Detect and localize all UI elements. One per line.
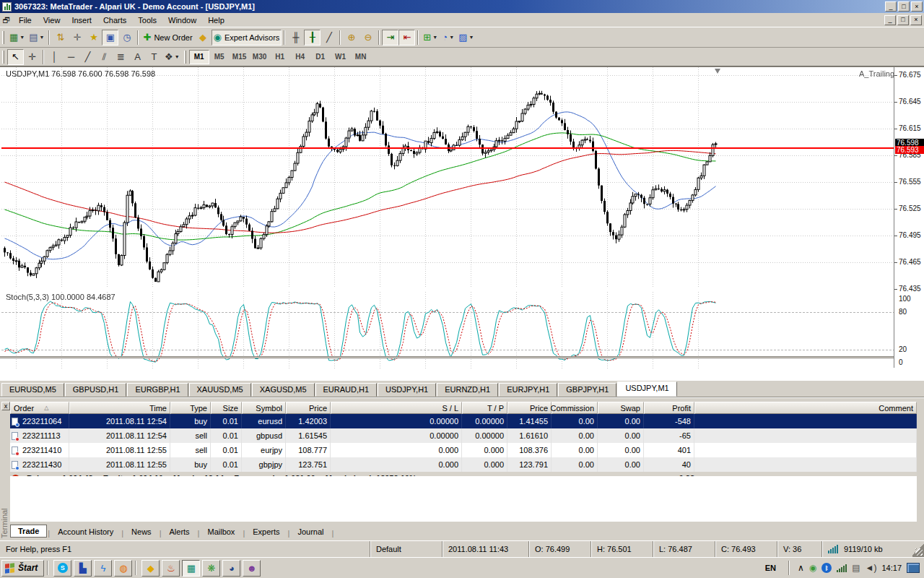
periods-button[interactable]: ◔▼: [440, 30, 456, 46]
status-profile[interactable]: Default: [370, 541, 442, 557]
language-indicator[interactable]: EN: [761, 561, 780, 574]
metaeditor-button[interactable]: ◆: [195, 30, 212, 46]
terminal-close-button[interactable]: x: [1, 402, 10, 410]
timeframe-h4[interactable]: H4: [290, 50, 310, 64]
order-row[interactable]: 2232114102011.08.11 12:55sell0.01eurjpy1…: [10, 443, 917, 457]
column-header-price[interactable]: Price: [507, 402, 552, 414]
metatrader-app-button[interactable]: ▦: [182, 560, 200, 577]
chart-window-icon[interactable]: 🗗: [0, 16, 13, 25]
cursor-button[interactable]: ↖: [7, 49, 24, 65]
crosshair-button[interactable]: ✛: [24, 49, 40, 65]
menu-window[interactable]: Window: [162, 14, 202, 27]
line-chart-button[interactable]: ╱: [321, 30, 337, 46]
trendline-button[interactable]: ╱: [79, 49, 96, 65]
toolbar-grip[interactable]: [2, 31, 4, 44]
candlestick-chart-button[interactable]: ╂: [304, 30, 321, 46]
auto-scroll-button[interactable]: ⇥: [382, 30, 398, 46]
menu-file[interactable]: File: [13, 14, 38, 27]
title-bar[interactable]: 3067323: MetaTrader - Alpari UK - Demo A…: [0, 0, 924, 13]
timeframe-m30[interactable]: M30: [250, 50, 270, 64]
messenger-tray-icon[interactable]: ◉: [809, 564, 816, 572]
maximize-button[interactable]: □: [898, 1, 910, 12]
templates-button[interactable]: ▨▼: [456, 30, 476, 46]
terminal-tab-news[interactable]: News: [124, 526, 159, 538]
timeframe-m1[interactable]: M1: [189, 50, 209, 64]
chart-tab-eurgbp-h1[interactable]: EURGBP,H1: [127, 383, 188, 397]
speaker-icon[interactable]: ◄): [866, 564, 877, 572]
toolbar-grip[interactable]: [184, 51, 186, 64]
column-header-commission[interactable]: Commission: [552, 402, 598, 414]
chart-tab-xagusd-m5[interactable]: XAGUSD,M5: [252, 383, 315, 397]
strategy-tester-button[interactable]: ◷: [118, 30, 135, 46]
column-header-swap[interactable]: Swap: [598, 402, 644, 414]
close-button[interactable]: ×: [911, 1, 923, 12]
lightning-button[interactable]: ϟ: [94, 560, 112, 577]
column-header-comment[interactable]: Comment: [694, 402, 917, 414]
toolbar-grip[interactable]: [2, 51, 4, 64]
java-app-button[interactable]: ♨: [162, 560, 180, 577]
order-row[interactable]: 2232111132011.08.11 12:54sell0.01gbpusd1…: [10, 428, 917, 443]
signal-bars-icon[interactable]: [837, 564, 847, 572]
show-desktop-icon[interactable]: [907, 563, 920, 573]
blue-app-button[interactable]: ◕: [222, 560, 240, 577]
column-header-price[interactable]: Price: [286, 402, 331, 414]
column-header-type[interactable]: Type: [170, 402, 211, 414]
timeframe-mn[interactable]: MN: [351, 50, 371, 64]
horizontal-line-button[interactable]: ─: [63, 49, 79, 65]
zoom-out-button[interactable]: ⊖: [359, 30, 376, 46]
profiles-button[interactable]: ▤▼: [27, 30, 46, 46]
bar-chart-button[interactable]: ╫: [287, 30, 304, 46]
purple-app-button[interactable]: ☻: [243, 560, 261, 577]
column-header-size[interactable]: Size: [211, 402, 242, 414]
chart-tab-eurnzd-h1[interactable]: EURNZD,H1: [437, 383, 498, 397]
chart-tab-gbpjpy-h1[interactable]: GBPJPY,H1: [558, 383, 616, 397]
menu-charts[interactable]: Charts: [97, 14, 132, 27]
column-header-time[interactable]: Time: [69, 402, 170, 414]
text-button[interactable]: A: [129, 49, 146, 65]
column-header-profit[interactable]: Profit: [644, 402, 694, 414]
green-app-button[interactable]: ❋: [202, 560, 220, 577]
warning-app-button[interactable]: ◆: [141, 560, 160, 577]
menu-insert[interactable]: Insert: [66, 14, 97, 27]
fibonacci-button[interactable]: ≣: [113, 49, 129, 65]
pane-splitter[interactable]: [0, 356, 894, 358]
arrows-button[interactable]: ❖▼: [162, 49, 182, 65]
start-button[interactable]: Štart: [1, 560, 44, 577]
column-header-order[interactable]: Order△: [10, 402, 69, 414]
mdi-close-button[interactable]: ×: [910, 15, 922, 25]
timeframe-w1[interactable]: W1: [331, 50, 351, 64]
terminal-tab-trade[interactable]: Trade: [10, 525, 47, 538]
text-label-button[interactable]: T: [146, 49, 162, 65]
mdi-minimize-button[interactable]: _: [884, 15, 896, 25]
firefox-button[interactable]: ◍: [114, 560, 132, 577]
terminal-tab-journal[interactable]: Journal: [290, 526, 331, 538]
chevron-up-icon[interactable]: ∧: [798, 564, 804, 572]
expert-advisors-button[interactable]: ◉Expert Advisors: [212, 30, 282, 46]
vertical-line-button[interactable]: │: [46, 49, 63, 65]
chart-tab-eurusd-m5[interactable]: EURUSD,M5: [1, 383, 64, 397]
timeframe-d1[interactable]: D1: [310, 50, 331, 64]
new-order-button[interactable]: ✚New Order: [141, 30, 194, 46]
mdi-restore-button[interactable]: □: [897, 15, 909, 25]
chart-tab-gbpusd-h1[interactable]: GBPUSD,H1: [65, 383, 127, 397]
terminal-tab-mailbox[interactable]: Mailbox: [200, 526, 242, 538]
menu-help[interactable]: Help: [202, 14, 230, 27]
new-chart-button[interactable]: ▦▼: [7, 30, 27, 46]
market-watch-button[interactable]: ⇅: [52, 30, 69, 46]
terminal-tab-account-history[interactable]: Account History: [51, 526, 121, 538]
resize-grip[interactable]: [912, 541, 924, 557]
timeframe-h1[interactable]: H1: [270, 50, 290, 64]
floppy-button[interactable]: ▙: [74, 560, 92, 577]
indicators-button[interactable]: ⊞▼: [421, 30, 440, 46]
chart-tab-euraud-h1[interactable]: EURAUD,H1: [315, 383, 378, 397]
main-chart-canvas[interactable]: [1, 67, 894, 288]
equidistant-channel-button[interactable]: ⫽: [96, 49, 113, 65]
zoom-in-button[interactable]: ⊕: [343, 30, 359, 46]
column-header-sl[interactable]: S / L: [331, 402, 462, 414]
bluetooth-icon[interactable]: ᛒ: [821, 563, 832, 573]
order-row[interactable]: 2232110642011.08.11 12:54buy0.01eurusd1.…: [10, 414, 917, 428]
network-icon[interactable]: ▤: [852, 564, 860, 572]
navigator-button[interactable]: ★: [85, 30, 102, 46]
column-header-tp[interactable]: T / P: [462, 402, 507, 414]
taskbar-clock[interactable]: 14:17: [881, 564, 902, 572]
